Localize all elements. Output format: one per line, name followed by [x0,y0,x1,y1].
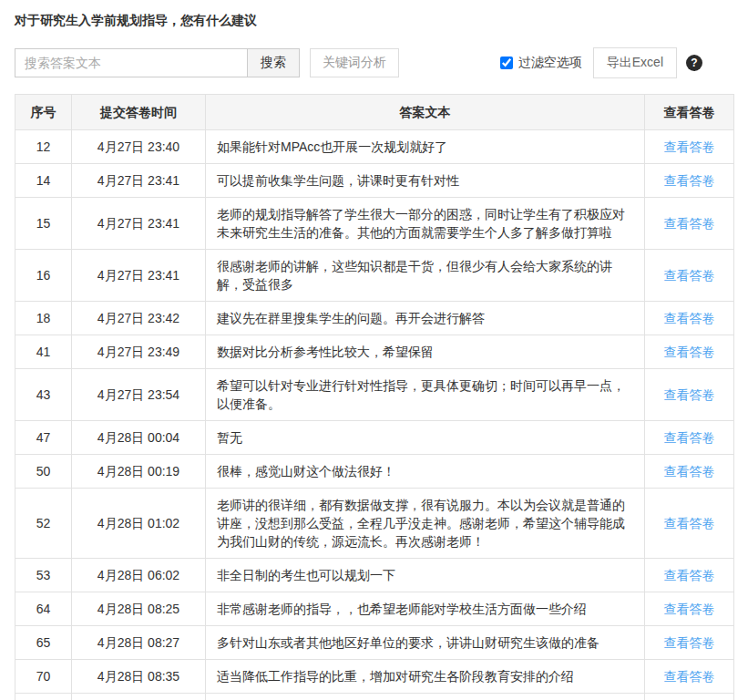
cell-no: 41 [15,335,72,369]
cell-no: 64 [15,592,72,626]
cell-view: 查看答卷 [645,489,734,559]
column-header-time: 提交答卷时间 [72,95,206,130]
table-row: 534月28日 06:02非全日制的考生也可以规划一下查看答卷 [15,559,734,592]
cell-time: 4月28日 08:35 [72,660,206,694]
survey-answers-page: 对于研究生入学前规划指导，您有什么建议 搜索 关键词分析 过滤空选项 导出Exc… [0,0,748,700]
cell-time: 4月28日 08:27 [72,626,206,660]
table-row: 184月27日 23:42建议先在群里搜集学生的问题。再开会进行解答查看答卷 [15,302,734,335]
cell-no: 12 [15,130,72,164]
cell-time: 4月27日 23:40 [72,130,206,164]
cell-view: 查看答卷 [645,660,734,694]
cell-time: 4月27日 23:54 [72,369,206,421]
table-row: 414月27日 23:49数据对比分析参考性比较大，希望保留查看答卷 [15,335,734,369]
cell-text: 可以提前收集学生问题，讲课时更有针对性 [206,164,645,198]
view-answer-link[interactable]: 查看答卷 [664,139,715,154]
toolbar: 搜索 关键词分析 过滤空选项 导出Excel ? [15,47,733,78]
cell-view: 查看答卷 [645,421,734,455]
cell-text: 数据对比分析参考性比较大，希望保留 [206,335,645,369]
cell-time: 4月27日 23:41 [72,198,206,250]
filter-empty-checkbox[interactable] [500,57,513,69]
cell-text: 适当降低工作指导的比重，增加对研究生各阶段教育安排的介绍 [206,660,645,694]
table-row-partial [15,694,734,700]
view-answer-link[interactable]: 查看答卷 [664,635,715,650]
cell-view: 查看答卷 [645,302,734,335]
view-answer-link[interactable]: 查看答卷 [664,516,715,530]
cell-empty [645,694,734,700]
cell-time: 4月28日 08:25 [72,592,206,626]
cell-no: 70 [15,660,72,694]
table-row: 654月28日 08:27多针对山东或者其他地区好单位的要求，讲讲山财研究生该做… [15,626,734,660]
cell-view: 查看答卷 [645,130,734,164]
cell-text: 很感谢老师的讲解，这些知识都是干货，但很少有人会给大家系统的讲解，受益很多 [206,250,645,302]
column-header-view: 查看答卷 [645,95,734,130]
table-row: 154月27日 23:41老师的规划指导解答了学生很大一部分的困惑，同时让学生有… [15,198,734,250]
table-row: 434月27日 23:54希望可以针对专业进行针对性指导，更具体更确切；时间可以… [15,369,734,421]
column-header-no: 序号 [15,95,72,130]
cell-no: 65 [15,626,72,660]
cell-time: 4月27日 23:41 [72,164,206,198]
cell-no: 50 [15,455,72,489]
table-row: 474月28日 00:04暂无查看答卷 [15,421,734,455]
cell-no: 15 [15,198,72,250]
view-answer-link[interactable]: 查看答卷 [664,602,715,616]
view-answer-link[interactable]: 查看答卷 [664,464,715,479]
cell-time: 4月28日 00:04 [72,421,206,455]
view-answer-link[interactable]: 查看答卷 [664,387,715,402]
cell-no: 14 [15,164,72,198]
cell-view: 查看答卷 [645,559,734,592]
filter-empty-option[interactable]: 过滤空选项 [500,55,582,71]
view-answer-link[interactable]: 查看答卷 [664,568,715,582]
table-row: 644月28日 08:25非常感谢老师的指导，，也希望老师能对学校生活方面做一些… [15,592,734,626]
cell-view: 查看答卷 [645,250,734,302]
cell-time: 4月28日 01:02 [72,489,206,559]
cell-time: 4月28日 00:19 [72,455,206,489]
table-row: 524月28日 01:02老师讲的很详细，都有数据做支撑，很有说服力。本以为会议… [15,489,734,559]
cell-view: 查看答卷 [645,592,734,626]
keyword-analysis-button[interactable]: 关键词分析 [310,48,399,77]
cell-empty [15,694,72,700]
cell-view: 查看答卷 [645,198,734,250]
cell-view: 查看答卷 [645,335,734,369]
table-row: 704月28日 08:35适当降低工作指导的比重，增加对研究生各阶段教育安排的介… [15,660,734,694]
cell-no: 53 [15,559,72,592]
cell-no: 47 [15,421,72,455]
view-answer-link[interactable]: 查看答卷 [664,216,715,231]
view-answer-link[interactable]: 查看答卷 [664,268,715,283]
view-answer-link[interactable]: 查看答卷 [664,669,715,684]
cell-text: 多针对山东或者其他地区好单位的要求，讲讲山财研究生该做的准备 [206,626,645,660]
cell-text: 建议先在群里搜集学生的问题。再开会进行解答 [206,302,645,335]
cell-view: 查看答卷 [645,164,734,198]
cell-no: 52 [15,489,72,559]
cell-text: 老师讲的很详细，都有数据做支撑，很有说服力。本以为会议就是普通的讲座，没想到那么… [206,489,645,559]
cell-time: 4月28日 06:02 [72,559,206,592]
view-answer-link[interactable]: 查看答卷 [664,311,715,325]
cell-text: 很棒，感觉山财这个做法很好！ [206,455,645,489]
answers-tbody: 124月27日 23:40如果能针对MPAcc也开展一次规划就好了查看答卷144… [15,130,734,700]
cell-view: 查看答卷 [645,626,734,660]
cell-no: 18 [15,302,72,335]
table-header: 序号 提交答卷时间 答案文本 查看答卷 [15,95,734,130]
cell-time: 4月27日 23:49 [72,335,206,369]
search-button[interactable]: 搜索 [247,48,300,77]
view-answer-link[interactable]: 查看答卷 [664,345,715,359]
view-answer-link[interactable]: 查看答卷 [664,430,715,445]
table-row: 124月27日 23:40如果能针对MPAcc也开展一次规划就好了查看答卷 [15,130,734,164]
search-input[interactable] [15,48,248,77]
cell-empty [206,694,645,700]
cell-no: 43 [15,369,72,421]
cell-text: 非全日制的考生也可以规划一下 [206,559,645,592]
table-row: 144月27日 23:41可以提前收集学生问题，讲课时更有针对性查看答卷 [15,164,734,198]
cell-text: 希望可以针对专业进行针对性指导，更具体更确切；时间可以再早一点，以便准备。 [206,369,645,421]
cell-no: 16 [15,250,72,302]
export-excel-button[interactable]: 导出Excel [593,47,677,78]
cell-empty [72,694,206,700]
cell-time: 4月27日 23:41 [72,250,206,302]
help-icon[interactable]: ? [686,55,702,71]
answers-table: 序号 提交答卷时间 答案文本 查看答卷 124月27日 23:40如果能针对MP… [15,94,734,700]
cell-text: 如果能针对MPAcc也开展一次规划就好了 [206,130,645,164]
cell-time: 4月27日 23:42 [72,302,206,335]
table-row: 164月27日 23:41很感谢老师的讲解，这些知识都是干货，但很少有人会给大家… [15,250,734,302]
toolbar-right: 过滤空选项 导出Excel ? [500,47,702,78]
view-answer-link[interactable]: 查看答卷 [664,173,715,188]
cell-view: 查看答卷 [645,369,734,421]
